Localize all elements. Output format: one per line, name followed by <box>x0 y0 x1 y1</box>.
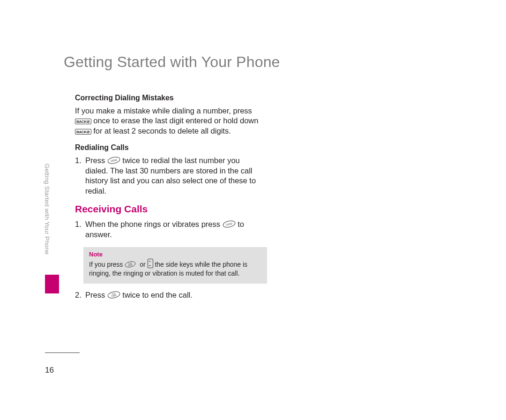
text: twice to end the call. <box>122 291 193 299</box>
svg-text:SEND: SEND <box>110 158 117 163</box>
side-key-icon <box>148 259 153 268</box>
page-content: Correcting Dialing Mistakes If you make … <box>75 94 259 308</box>
side-tab-marker <box>45 275 59 293</box>
chapter-title: Getting Started with Your Phone <box>64 53 280 71</box>
page-number: 16 <box>45 366 54 375</box>
heading-redialing: Redialing Calls <box>75 143 259 152</box>
svg-text:SEND: SEND <box>225 222 232 226</box>
list-item: 1. Press SEND twice to redial the last n… <box>75 156 259 196</box>
list-body: When the phone rings or vibrates press S… <box>85 219 259 240</box>
text: or <box>140 261 147 268</box>
note-box: Note If you press PWREND or the side key… <box>83 247 267 284</box>
list-receiving-2: 2. Press PWREND twice to end the call. <box>75 290 259 300</box>
list-number: 1. <box>75 156 85 196</box>
text: for at least 2 seconds to delete all dig… <box>93 127 231 135</box>
paragraph-correcting: If you make a mistake while dialing a nu… <box>75 106 259 136</box>
list-item: 2. Press PWREND twice to end the call. <box>75 290 259 300</box>
list-body: Press SEND twice to redial the last numb… <box>85 156 259 196</box>
end-key-icon: PWREND <box>125 261 138 269</box>
svg-text:END: END <box>111 293 117 297</box>
back-key-icon: BACK⊘ <box>75 119 91 124</box>
back-key-icon: BACK⊘ <box>75 129 91 135</box>
list-number: 2. <box>75 290 85 300</box>
text: If you make a mistake while dialing a nu… <box>75 106 252 115</box>
list-number: 1. <box>75 219 85 240</box>
note-text: If you press PWREND or the side keys whi… <box>89 259 261 278</box>
svg-text:END: END <box>128 263 133 267</box>
list-receiving: 1. When the phone rings or vibrates pres… <box>75 219 259 240</box>
text: When the phone rings or vibrates press <box>85 220 223 228</box>
note-title: Note <box>89 251 261 258</box>
send-key-icon: SEND <box>107 157 120 164</box>
end-key-icon: PWREND <box>107 291 120 299</box>
list-item: 1. When the phone rings or vibrates pres… <box>75 219 259 240</box>
text: Press <box>85 156 107 165</box>
manual-page: Getting Started with Your Phone Getting … <box>0 0 506 420</box>
text: once to erase the last digit entered or … <box>93 116 258 125</box>
list-body: Press PWREND twice to end the call. <box>85 290 259 300</box>
send-key-icon: SEND <box>223 220 236 228</box>
side-tab-label: Getting Started with Your Phone <box>44 164 51 271</box>
page-rule <box>45 352 80 353</box>
text: Press <box>85 291 107 299</box>
heading-correcting: Correcting Dialing Mistakes <box>75 94 259 102</box>
heading-receiving: Receiving Calls <box>75 203 259 215</box>
list-redialing: 1. Press SEND twice to redial the last n… <box>75 156 259 196</box>
text: If you press <box>89 261 125 268</box>
